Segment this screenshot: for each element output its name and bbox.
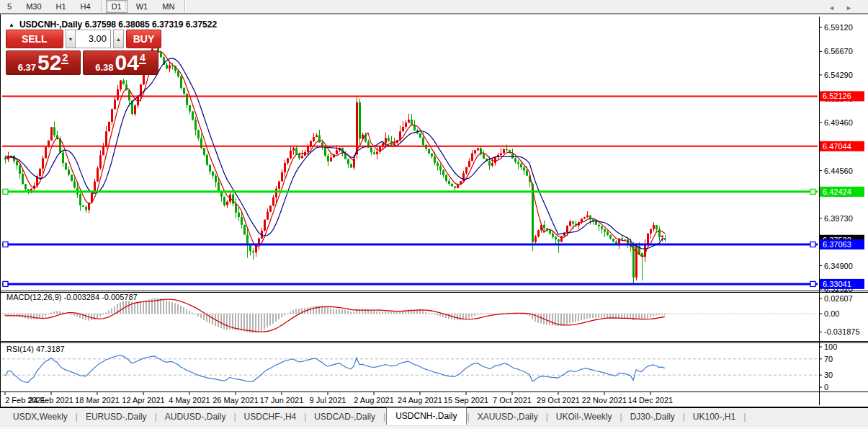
status-strip bbox=[0, 425, 868, 429]
toolbar-separator bbox=[184, 1, 185, 12]
chevron-down-icon: ▼ bbox=[68, 37, 73, 42]
chart-tab-usdchf-h4[interactable]: USDCHF-,H4 bbox=[237, 410, 304, 425]
chart-tab-eurusd-daily[interactable]: EURUSD-,Daily bbox=[79, 410, 154, 425]
chart-ohlc-readout: 6.37598 6.38085 6.37319 6.37522 bbox=[85, 19, 218, 30]
line-handle[interactable] bbox=[810, 242, 815, 247]
timeframe-w1[interactable]: W1 bbox=[130, 0, 154, 13]
timeframe-m30[interactable]: M30 bbox=[20, 0, 47, 13]
line-handle[interactable] bbox=[3, 242, 8, 247]
buy-price-display[interactable]: 6.38044 bbox=[83, 50, 158, 75]
rsi-layer bbox=[2, 355, 818, 383]
timeframe-5[interactable]: 5 bbox=[1, 0, 17, 13]
svg-text:18 Mar 2021: 18 Mar 2021 bbox=[75, 396, 120, 404]
tab-separator: | bbox=[743, 410, 746, 425]
price-axis-labels: 6.591206.566706.542906.518406.494606.445… bbox=[819, 23, 853, 293]
tab-scroll-left-icon[interactable]: ◄ bbox=[828, 4, 835, 12]
chart-tab-dj30-daily[interactable]: DJ30-,Daily bbox=[623, 410, 682, 425]
date-axis: 2 Feb 202124 Feb 202118 Mar 202112 Apr 2… bbox=[5, 392, 673, 404]
sell-price-display[interactable]: 6.37522 bbox=[6, 50, 81, 75]
timeframe-toolbar: 5M30H1H4D1W1MN bbox=[0, 0, 868, 14]
svg-text:0: 0 bbox=[824, 383, 828, 392]
rsi-indicator-label: RSI(14) 47.3187 bbox=[6, 345, 65, 353]
macd-main-value: -0.003284 bbox=[63, 293, 99, 301]
chart-symbol-period: USDCNH-,Daily bbox=[19, 19, 82, 30]
volume-decrease-button[interactable]: ▼ bbox=[66, 30, 76, 48]
svg-text:17 Jun 2021: 17 Jun 2021 bbox=[260, 396, 304, 404]
ohlc-collapse-arrow-icon[interactable]: ▲ bbox=[9, 22, 14, 28]
svg-text:100: 100 bbox=[824, 342, 837, 351]
svg-text:6.52126: 6.52126 bbox=[823, 92, 851, 100]
buy-price-pips: 04 bbox=[115, 53, 139, 73]
svg-text:6.44560: 6.44560 bbox=[824, 167, 853, 175]
svg-text:15 Sep 2021: 15 Sep 2021 bbox=[444, 396, 488, 404]
chart-tab-usdcad-daily[interactable]: USDCAD-,Daily bbox=[307, 410, 382, 425]
line-handle[interactable] bbox=[810, 189, 815, 194]
svg-text:24 Feb 2021: 24 Feb 2021 bbox=[29, 396, 73, 404]
svg-text:7 Oct 2021: 7 Oct 2021 bbox=[493, 396, 532, 404]
volume-input[interactable]: 3.00 bbox=[76, 30, 110, 48]
svg-text:6.39730: 6.39730 bbox=[824, 214, 853, 223]
tab-scroll-right-icon[interactable]: ► bbox=[846, 4, 852, 12]
svg-text:4 May 2021: 4 May 2021 bbox=[169, 396, 210, 404]
svg-text:6.37063: 6.37063 bbox=[823, 240, 851, 249]
sell-price-point: 2 bbox=[61, 53, 68, 64]
timeframe-mn[interactable]: MN bbox=[156, 0, 180, 13]
macd-signal-value: -0.005787 bbox=[102, 293, 138, 301]
chart-tab-bar: USDX,Weekly|EURUSD-,Daily|AUDUSD-,Daily|… bbox=[0, 407, 868, 425]
timeframe-h1[interactable]: H1 bbox=[50, 0, 72, 13]
timeframe-d1[interactable]: D1 bbox=[106, 0, 127, 13]
svg-text:2 Aug 2021: 2 Aug 2021 bbox=[354, 396, 394, 404]
svg-text:6.42424: 6.42424 bbox=[823, 187, 851, 196]
svg-text:29 Oct 2021: 29 Oct 2021 bbox=[537, 396, 580, 404]
rsi-value: 47.3187 bbox=[36, 345, 65, 353]
trade-controls-row: SELL ▼ 3.00 ▲ BUY bbox=[6, 30, 161, 48]
svg-text:6.33041: 6.33041 bbox=[823, 280, 851, 288]
trading-terminal: 5M30H1H4D1W1MN 6.591206.566706.542906.51… bbox=[0, 0, 868, 429]
line-handle[interactable] bbox=[3, 281, 8, 286]
buy-price-point: 4 bbox=[139, 53, 146, 64]
svg-text:6.47044: 6.47044 bbox=[823, 142, 851, 151]
chart-tab-audusd-daily[interactable]: AUDUSD-,Daily bbox=[158, 410, 233, 425]
chevron-up-icon: ▲ bbox=[116, 37, 121, 42]
chart-header: ▲USDCNH-,Daily 6.37598 6.38085 6.37319 6… bbox=[9, 19, 217, 30]
svg-text:22 Nov 2021: 22 Nov 2021 bbox=[582, 396, 627, 404]
svg-text:12 Apr 2021: 12 Apr 2021 bbox=[122, 396, 164, 404]
volume-increase-button[interactable]: ▲ bbox=[113, 30, 124, 48]
macd-indicator-label: MACD(12,26,9) -0.003284 -0.005787 bbox=[6, 293, 138, 301]
line-handle[interactable] bbox=[810, 281, 815, 286]
svg-text:70: 70 bbox=[824, 355, 833, 363]
svg-text:14 Dec 2021: 14 Dec 2021 bbox=[628, 396, 673, 404]
chart-tab-usdcnh-daily[interactable]: USDCNH-,Daily bbox=[386, 407, 466, 425]
buy-price-prefix: 6.38 bbox=[95, 62, 113, 73]
one-click-trading-panel: SELL ▼ 3.00 ▲ BUY 6.37522 6.38044 bbox=[6, 30, 161, 75]
macd-signal-line bbox=[5, 299, 665, 332]
sell-price-pips: 52 bbox=[37, 53, 61, 73]
sell-price-prefix: 6.37 bbox=[18, 62, 36, 73]
chart-tab-uk100-h1[interactable]: UK100-,H1 bbox=[686, 410, 743, 425]
chart-tab-ukoil-weekly[interactable]: UKOil-,Weekly bbox=[549, 410, 619, 425]
sell-button[interactable]: SELL bbox=[6, 30, 63, 48]
toolbar-separator bbox=[101, 1, 102, 12]
svg-text:-0.031875: -0.031875 bbox=[824, 327, 860, 336]
svg-text:6.59120: 6.59120 bbox=[824, 23, 853, 32]
chart-tab-xauusd-daily[interactable]: XAUUSD-,Daily bbox=[470, 410, 545, 425]
svg-text:0.00: 0.00 bbox=[824, 309, 839, 318]
trade-prices-row: 6.37522 6.38044 bbox=[6, 50, 161, 75]
svg-text:26 May 2021: 26 May 2021 bbox=[212, 396, 259, 404]
timeframe-h4[interactable]: H4 bbox=[75, 0, 97, 13]
svg-text:6.56670: 6.56670 bbox=[824, 47, 853, 56]
macd-layer bbox=[2, 298, 818, 333]
svg-text:0.02607: 0.02607 bbox=[824, 294, 853, 303]
svg-text:9 Jul 2021: 9 Jul 2021 bbox=[310, 396, 346, 404]
line-handle[interactable] bbox=[3, 189, 8, 194]
svg-text:6.54290: 6.54290 bbox=[824, 71, 853, 79]
svg-text:24 Aug 2021: 24 Aug 2021 bbox=[398, 396, 442, 404]
buy-button[interactable]: BUY bbox=[126, 30, 161, 48]
svg-text:6.34900: 6.34900 bbox=[824, 262, 853, 270]
chart-tab-usdx-weekly[interactable]: USDX,Weekly bbox=[6, 410, 75, 425]
svg-text:30: 30 bbox=[824, 371, 833, 379]
svg-text:6.49460: 6.49460 bbox=[824, 118, 853, 127]
